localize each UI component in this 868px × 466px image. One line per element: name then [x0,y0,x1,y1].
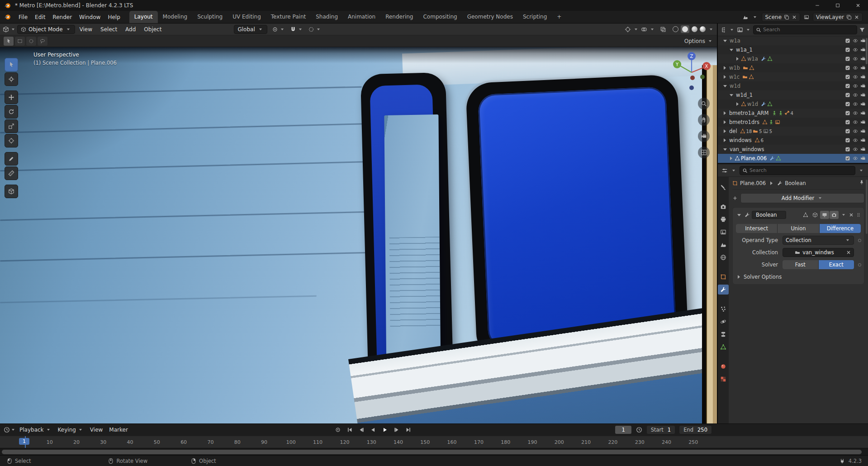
workspace-tab-shading[interactable]: Shading [311,11,343,23]
workspace-tab-geometry-nodes[interactable]: Geometry Nodes [462,11,518,23]
timeline-editor-icon[interactable] [4,427,10,433]
menu-help[interactable]: Help [104,13,123,22]
current-frame-field[interactable]: 1 [615,426,631,434]
chevron-right-icon[interactable] [730,157,732,160]
camera-visibility-icon[interactable] [860,128,866,134]
chevron-right-icon[interactable] [736,102,739,106]
chevron-down-icon[interactable] [281,29,284,30]
new-viewlayer-icon[interactable] [846,14,852,20]
chevron-down-icon[interactable] [860,170,863,171]
chevron-down-icon[interactable] [754,16,756,18]
shading-material-icon[interactable] [692,26,697,32]
breadcrumb-modifier[interactable]: Boolean [785,180,806,186]
camera-view-icon[interactable] [698,130,710,142]
menu-render[interactable]: Render [49,13,76,22]
transform-tool[interactable] [5,134,18,147]
chevron-right-icon[interactable] [724,66,726,70]
chevron-down-icon[interactable] [299,29,302,30]
eye-icon[interactable] [853,119,858,125]
outliner-row[interactable]: bmetro1drs [718,118,868,127]
proportional-edit-icon[interactable] [308,26,314,33]
physics-tab[interactable] [718,317,729,327]
outliner-scrollbar[interactable] [866,38,868,64]
workspace-tab-layout[interactable]: Layout [129,11,158,23]
pivot-point-icon[interactable] [272,26,278,33]
camera-visibility-icon[interactable] [860,138,866,143]
camera-visibility-icon[interactable] [860,101,866,107]
shading-rendered-icon[interactable] [700,26,706,32]
camera-visibility-icon[interactable] [860,119,866,125]
particles-tab[interactable] [718,304,729,314]
chevron-down-icon[interactable] [12,29,14,30]
select-lasso-mode[interactable] [38,37,47,46]
breadcrumb-object[interactable]: Plane.006 [740,180,766,186]
eye-icon[interactable] [853,65,858,71]
end-frame-field[interactable]: End250 [679,426,711,434]
checkbox-icon[interactable] [845,92,850,98]
transform-orientation-dropdown[interactable]: Global [234,25,267,34]
tool-tab[interactable] [718,182,729,192]
chevron-down-icon[interactable] [710,29,712,30]
scale-tool[interactable] [5,119,18,133]
chevron-down-icon[interactable] [747,29,749,31]
workspace-tab-modeling[interactable]: Modeling [158,11,193,23]
viewport-menu-view[interactable]: View [76,25,96,34]
solver-fast-button[interactable]: Fast [783,260,818,269]
chevron-right-icon[interactable] [724,111,726,115]
decorator-dot[interactable] [858,239,861,242]
workspace-tab-sculpting[interactable]: Sculpting [192,11,228,23]
operand-type-dropdown[interactable]: Collection [783,236,854,245]
jump-to-end-button[interactable] [404,426,413,434]
menu-file[interactable]: File [15,13,31,22]
eye-icon[interactable] [853,101,858,107]
horizontal-scrollbar-track[interactable] [0,448,868,455]
chevron-down-icon[interactable] [730,29,733,31]
checkbox-icon[interactable] [845,101,850,107]
measure-tool[interactable] [5,166,18,180]
checkbox-icon[interactable] [845,110,850,116]
properties-editor-icon[interactable] [721,167,728,174]
chevron-down-icon[interactable] [730,49,733,51]
texture-tab[interactable] [718,374,729,384]
select-tweak-mode[interactable] [4,37,14,46]
drag-handle-icon[interactable] [856,212,861,218]
modifiers-tab[interactable] [718,285,729,295]
viewlayer-selector[interactable]: ViewLayer [813,13,863,22]
select-circle-mode[interactable] [26,37,36,46]
chevron-right-icon[interactable] [724,138,726,142]
outliner-row[interactable]: w1b [718,63,868,72]
checkbox-icon[interactable] [845,119,850,125]
camera-visibility-icon[interactable] [860,110,866,116]
plane-006-boolean-object[interactable] [384,114,441,387]
close-modifier-icon[interactable] [849,212,854,218]
outliner-search[interactable] [753,25,857,34]
union-button[interactable]: Union [778,224,819,233]
outliner-editor-icon[interactable] [721,27,727,33]
modifier-name-field[interactable]: Boolean [752,211,786,219]
collection-field[interactable]: van_windws [783,248,854,257]
checkbox-icon[interactable] [845,74,850,80]
shading-wireframe-icon[interactable] [673,26,678,32]
chevron-down-icon[interactable] [723,148,727,151]
outliner-search-input[interactable] [763,27,854,33]
prev-keyframe-button[interactable] [357,426,366,434]
eye-icon[interactable] [853,74,858,80]
checkbox-icon[interactable] [845,65,850,71]
eye-icon[interactable] [853,38,858,43]
outliner-row[interactable]: w1d_1 [718,90,868,100]
eye-icon[interactable] [853,92,858,98]
eye-icon[interactable] [853,147,858,152]
checkbox-icon[interactable] [845,128,850,134]
select-tool[interactable] [5,58,18,71]
workspace-tab-rendering[interactable]: Rendering [380,11,418,23]
properties-search[interactable] [740,166,855,175]
viewport-canvas[interactable]: User Perspective (1) Scene Collection | … [0,47,717,423]
on-cage-toggle[interactable] [801,211,810,219]
workspace-tab-compositing[interactable]: Compositing [418,11,462,23]
eye-icon[interactable] [853,47,858,52]
editor-type-icon[interactable] [3,26,9,33]
outliner-row[interactable]: windows 6 [718,136,868,145]
properties-scrollbar[interactable] [866,180,868,234]
chevron-down-icon[interactable] [317,29,320,30]
edit-mode-toggle[interactable] [811,211,820,219]
